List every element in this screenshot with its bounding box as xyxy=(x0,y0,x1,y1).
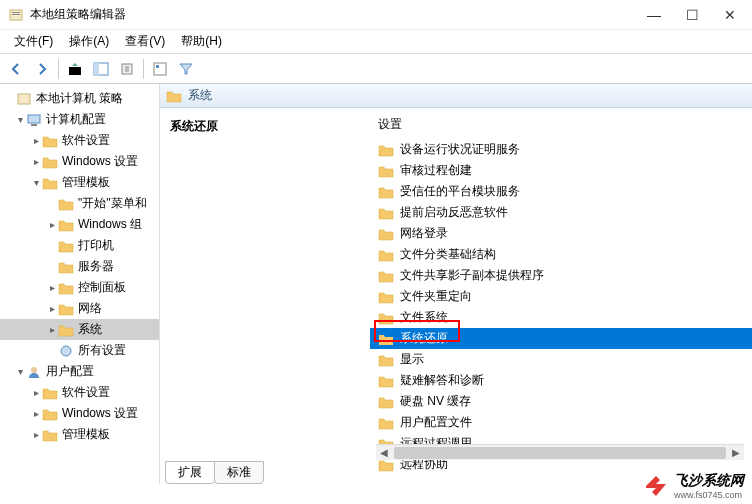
tree-printers[interactable]: 打印机 xyxy=(0,235,159,256)
list-item[interactable]: 提前启动反恶意软件 xyxy=(370,202,752,223)
chevron-right-icon[interactable]: ▸ xyxy=(30,156,42,167)
chevron-right-icon[interactable]: ▸ xyxy=(30,135,42,146)
maximize-button[interactable]: ☐ xyxy=(682,7,702,23)
content-header: 系统 xyxy=(160,84,752,108)
tree-all-settings[interactable]: 所有设置 xyxy=(0,340,159,361)
chevron-right-icon[interactable]: ▸ xyxy=(30,408,42,419)
chevron-right-icon[interactable]: ▸ xyxy=(30,387,42,398)
export-button[interactable] xyxy=(115,58,139,80)
scroll-left-icon[interactable]: ◀ xyxy=(376,447,392,458)
item-label: 疑难解答和诊断 xyxy=(400,372,484,389)
tree-label: 计算机配置 xyxy=(46,111,106,128)
list-item-selected[interactable]: 系统还原 xyxy=(370,328,752,349)
tree-label: Windows 设置 xyxy=(62,405,138,422)
list-item[interactable]: 审核过程创建 xyxy=(370,160,752,181)
tree-label: 用户配置 xyxy=(46,363,94,380)
tree-label: 控制面板 xyxy=(78,279,126,296)
folder-icon xyxy=(58,281,74,295)
content-body: 系统还原 设置 设备运行状况证明服务 审核过程创建 受信任的平台模块服务 提前启… xyxy=(160,108,752,484)
title-bar: 本地组策略编辑器 — ☐ ✕ xyxy=(0,0,752,30)
svg-rect-10 xyxy=(28,115,40,123)
tree-network[interactable]: ▸网络 xyxy=(0,298,159,319)
show-hide-tree-button[interactable] xyxy=(89,58,113,80)
folder-icon xyxy=(58,218,74,232)
tree-control-panel[interactable]: ▸控制面板 xyxy=(0,277,159,298)
minimize-button[interactable]: — xyxy=(644,7,664,23)
chevron-right-icon[interactable]: ▸ xyxy=(46,282,58,293)
tabs: 扩展 标准 xyxy=(165,462,263,484)
chevron-down-icon[interactable]: ▾ xyxy=(14,114,26,125)
tree-user-software[interactable]: ▸软件设置 xyxy=(0,382,159,403)
tree-root[interactable]: 本地计算机 策略 xyxy=(0,88,159,109)
folder-icon xyxy=(58,197,74,211)
list-item[interactable]: 文件夹重定向 xyxy=(370,286,752,307)
chevron-down-icon[interactable]: ▾ xyxy=(30,177,42,188)
tab-extended[interactable]: 扩展 xyxy=(165,461,215,484)
list-item[interactable]: 网络登录 xyxy=(370,223,752,244)
scroll-thumb[interactable] xyxy=(394,447,726,459)
tree-windows-settings[interactable]: ▸Windows 设置 xyxy=(0,151,159,172)
list-item[interactable]: 疑难解答和诊断 xyxy=(370,370,752,391)
menu-action[interactable]: 操作(A) xyxy=(61,31,117,52)
tree-label: 管理模板 xyxy=(62,174,110,191)
chevron-down-icon[interactable]: ▾ xyxy=(14,366,26,377)
svg-rect-1 xyxy=(12,12,20,13)
filter-button[interactable] xyxy=(174,58,198,80)
column-header-settings[interactable]: 设置 xyxy=(370,114,752,139)
scroll-right-icon[interactable]: ▶ xyxy=(728,447,744,458)
folder-icon xyxy=(378,332,394,346)
tree-system[interactable]: ▸系统 xyxy=(0,319,159,340)
up-button[interactable] xyxy=(63,58,87,80)
horizontal-scrollbar[interactable]: ◀ ▶ xyxy=(376,444,744,460)
tree-software-settings[interactable]: ▸软件设置 xyxy=(0,130,159,151)
menu-help[interactable]: 帮助(H) xyxy=(173,31,230,52)
tree-label: 软件设置 xyxy=(62,384,110,401)
menu-view[interactable]: 查看(V) xyxy=(117,31,173,52)
close-button[interactable]: ✕ xyxy=(720,7,740,23)
tree-label: 软件设置 xyxy=(62,132,110,149)
list-item[interactable]: 文件共享影子副本提供程序 xyxy=(370,265,752,286)
folder-icon xyxy=(378,143,394,157)
svg-rect-3 xyxy=(69,67,81,75)
chevron-right-icon[interactable]: ▸ xyxy=(46,303,58,314)
item-label: 审核过程创建 xyxy=(400,162,472,179)
tree-server[interactable]: 服务器 xyxy=(0,256,159,277)
tree-user-windows[interactable]: ▸Windows 设置 xyxy=(0,403,159,424)
item-label: 系统还原 xyxy=(400,330,448,347)
tree-label: 本地计算机 策略 xyxy=(36,90,123,107)
tree-label: 网络 xyxy=(78,300,102,317)
item-label: 文件共享影子副本提供程序 xyxy=(400,267,544,284)
svg-rect-5 xyxy=(94,63,99,75)
folder-icon xyxy=(58,302,74,316)
list-item[interactable]: 设备运行状况证明服务 xyxy=(370,139,752,160)
chevron-right-icon[interactable]: ▸ xyxy=(30,429,42,440)
tree-user-admin[interactable]: ▸管理模板 xyxy=(0,424,159,445)
tree-admin-templates[interactable]: ▾管理模板 xyxy=(0,172,159,193)
app-icon xyxy=(8,7,24,23)
tree-user-config[interactable]: ▾用户配置 xyxy=(0,361,159,382)
svg-point-12 xyxy=(61,346,71,356)
watermark-url: www.fs0745.com xyxy=(674,490,744,500)
list-item[interactable]: 用户配置文件 xyxy=(370,412,752,433)
item-label: 用户配置文件 xyxy=(400,414,472,431)
menu-file[interactable]: 文件(F) xyxy=(6,31,61,52)
list-item[interactable]: 文件分类基础结构 xyxy=(370,244,752,265)
chevron-right-icon[interactable]: ▸ xyxy=(46,219,58,230)
properties-button[interactable] xyxy=(148,58,172,80)
list-item[interactable]: 硬盘 NV 缓存 xyxy=(370,391,752,412)
list-item[interactable]: 受信任的平台模块服务 xyxy=(370,181,752,202)
tab-standard[interactable]: 标准 xyxy=(214,461,264,484)
tree-start-menu[interactable]: "开始"菜单和 xyxy=(0,193,159,214)
svg-rect-7 xyxy=(154,63,166,75)
forward-button[interactable] xyxy=(30,58,54,80)
list-item[interactable]: 显示 xyxy=(370,349,752,370)
tree-computer-config[interactable]: ▾计算机配置 xyxy=(0,109,159,130)
chevron-right-icon[interactable]: ▸ xyxy=(46,324,58,335)
back-button[interactable] xyxy=(4,58,28,80)
folder-icon xyxy=(378,395,394,409)
folder-icon xyxy=(42,155,58,169)
svg-rect-2 xyxy=(12,14,20,15)
folder-icon xyxy=(378,185,394,199)
list-item[interactable]: 文件系统 xyxy=(370,307,752,328)
tree-windows-components[interactable]: ▸Windows 组 xyxy=(0,214,159,235)
